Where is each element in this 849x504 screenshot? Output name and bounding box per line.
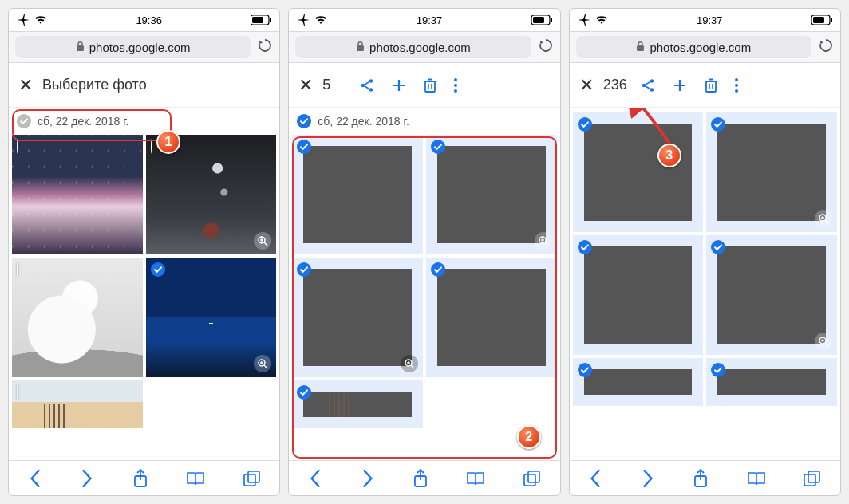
forward-icon[interactable] [641, 470, 655, 487]
photo-thumbnail[interactable] [706, 235, 837, 355]
select-photo-checkbox[interactable] [711, 363, 725, 378]
share-icon[interactable] [693, 469, 709, 488]
tabs-icon[interactable] [804, 471, 821, 486]
svg-rect-45 [524, 474, 535, 486]
date-group-header[interactable]: сб, 22 дек. 2018 г. [289, 108, 559, 135]
tabs-icon[interactable] [523, 471, 541, 486]
select-day-checkbox[interactable] [297, 114, 311, 128]
svg-rect-76 [804, 474, 815, 486]
statusbar: 19:37 [570, 9, 840, 31]
photo-thumbnail[interactable] [573, 235, 704, 355]
more-icon[interactable] [453, 77, 458, 93]
zoom-icon[interactable] [815, 333, 832, 350]
back-icon[interactable] [308, 470, 322, 487]
share-icon[interactable] [413, 469, 428, 488]
add-icon[interactable] [672, 77, 688, 93]
photo-thumbnail[interactable] [426, 258, 557, 377]
appbar-actions [640, 77, 739, 93]
statusbar: 19:36 [9, 9, 279, 31]
bookmarks-icon[interactable] [747, 471, 766, 486]
lock-icon [76, 41, 85, 54]
select-photo-checkbox[interactable] [17, 262, 18, 277]
bookmarks-icon[interactable] [466, 471, 485, 486]
zoom-icon[interactable] [401, 355, 418, 372]
photo-thumbnail[interactable] [706, 358, 837, 406]
share-icon[interactable] [640, 77, 656, 93]
select-photo-checkbox[interactable] [578, 363, 592, 378]
photo-thumbnail[interactable] [292, 258, 423, 377]
select-day-checkbox[interactable] [17, 114, 31, 128]
forward-icon[interactable] [361, 470, 375, 487]
reload-icon[interactable] [818, 37, 834, 57]
selection-count: 236 [603, 77, 630, 93]
svg-rect-49 [831, 18, 832, 22]
photo-grid [570, 112, 840, 406]
select-photo-checkbox[interactable] [431, 140, 445, 155]
svg-rect-48 [813, 17, 824, 23]
photo-thumbnail[interactable] [146, 258, 277, 377]
share-icon[interactable] [132, 469, 148, 488]
close-icon[interactable]: ✕ [18, 75, 33, 96]
url-field[interactable]: photos.google.com [295, 36, 531, 58]
zoom-icon[interactable] [254, 355, 271, 372]
screenshot-1: 19:36 photos.google.com ✕ Выберите фото … [8, 8, 280, 496]
zoom-icon[interactable] [815, 210, 832, 227]
svg-point-65 [735, 89, 738, 93]
bookmarks-icon[interactable] [186, 471, 205, 486]
photo-thumbnail[interactable] [12, 135, 143, 254]
close-icon[interactable]: ✕ [298, 75, 313, 96]
photo-thumbnail[interactable] [706, 112, 837, 232]
date-group-header[interactable]: сб, 22 дек. 2018 г. [9, 108, 279, 135]
share-icon[interactable] [359, 77, 375, 93]
select-photo-checkbox[interactable] [17, 140, 18, 154]
more-icon[interactable] [734, 77, 739, 93]
select-photo-checkbox[interactable] [17, 385, 18, 400]
back-icon[interactable] [588, 470, 602, 487]
reload-icon[interactable] [538, 37, 554, 57]
trash-icon[interactable] [423, 77, 437, 93]
photo-thumbnail[interactable] [426, 135, 557, 254]
reload-icon[interactable] [257, 37, 273, 57]
select-photo-checkbox[interactable] [578, 240, 592, 255]
airplane-mode-icon [578, 14, 590, 26]
photo-thumbnail[interactable] [573, 358, 704, 406]
select-photo-checkbox[interactable] [431, 262, 445, 278]
battery-icon [531, 15, 552, 25]
url-field[interactable]: photos.google.com [15, 36, 251, 58]
select-photo-checkbox[interactable] [297, 385, 311, 400]
svg-line-67 [825, 220, 828, 223]
select-photo-checkbox[interactable] [711, 240, 725, 255]
svg-line-5 [264, 242, 267, 246]
annotation-marker-3: 3 [657, 144, 681, 167]
zoom-icon[interactable] [535, 232, 552, 250]
svg-line-24 [365, 86, 369, 89]
svg-rect-50 [637, 45, 644, 51]
svg-line-36 [545, 242, 548, 246]
add-icon[interactable] [391, 77, 407, 93]
status-time: 19:36 [136, 14, 162, 26]
url-field[interactable]: photos.google.com [576, 36, 811, 58]
back-icon[interactable] [28, 470, 42, 487]
svg-rect-58 [706, 81, 716, 92]
svg-line-54 [645, 81, 650, 85]
photo-thumbnail[interactable] [292, 380, 423, 428]
tabs-icon[interactable] [243, 471, 261, 486]
svg-rect-14 [244, 474, 255, 486]
select-photo-checkbox[interactable] [151, 140, 152, 154]
browser-url-bar: photos.google.com [289, 31, 559, 63]
zoom-icon[interactable] [254, 232, 271, 250]
photo-thumbnail[interactable] [292, 135, 423, 254]
select-photo-checkbox[interactable] [578, 117, 592, 132]
svg-rect-3 [77, 45, 84, 51]
select-photo-checkbox[interactable] [297, 262, 311, 278]
close-icon[interactable]: ✕ [579, 75, 594, 96]
photo-thumbnail[interactable] [12, 380, 143, 428]
select-photo-checkbox[interactable] [151, 262, 165, 278]
trash-icon[interactable] [704, 77, 718, 93]
select-photo-checkbox[interactable] [297, 140, 311, 155]
forward-icon[interactable] [80, 470, 94, 487]
select-photo-checkbox[interactable] [711, 117, 725, 132]
photo-thumbnail[interactable] [12, 258, 143, 377]
svg-rect-19 [357, 45, 364, 51]
url-text: photos.google.com [89, 41, 191, 54]
